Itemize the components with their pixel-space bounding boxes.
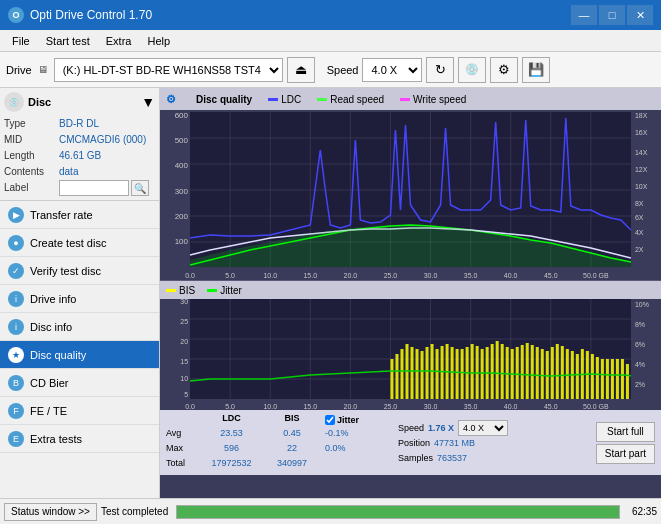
burn-button[interactable]: 💿 <box>458 57 486 83</box>
svg-text:6%: 6% <box>635 341 645 348</box>
jitter-total <box>325 458 390 472</box>
ldc-dot <box>268 98 278 101</box>
ldc-total: 17972532 <box>204 458 259 472</box>
svg-rect-110 <box>541 349 544 399</box>
svg-text:25.0: 25.0 <box>384 272 398 279</box>
header-spacer <box>166 413 196 427</box>
svg-text:10X: 10X <box>635 183 648 190</box>
svg-text:45.0: 45.0 <box>544 272 558 279</box>
start-part-button[interactable]: Start part <box>596 444 655 464</box>
jitter-avg: -0.1% <box>325 428 390 442</box>
svg-rect-127 <box>626 364 629 399</box>
nav-create-test-disc[interactable]: ● Create test disc <box>0 229 159 257</box>
jitter-legend: Jitter <box>207 285 242 296</box>
svg-rect-126 <box>621 359 624 399</box>
ldc-max: 596 <box>204 443 259 457</box>
close-button[interactable]: ✕ <box>627 5 653 25</box>
cd-bier-icon: B <box>8 375 24 391</box>
write-speed-legend: Write speed <box>400 94 466 105</box>
bis-dot <box>166 289 176 292</box>
nav-cd-bier[interactable]: B CD Bier <box>0 369 159 397</box>
jitter-max: 0.0% <box>325 443 390 457</box>
svg-text:25.0: 25.0 <box>384 403 398 410</box>
progress-bar <box>177 506 619 518</box>
bis-max: 22 <box>267 443 317 457</box>
app-icon: O <box>8 7 24 23</box>
svg-rect-86 <box>421 351 424 399</box>
contents-label: Contents <box>4 164 59 180</box>
refresh-button[interactable]: ↻ <box>426 57 454 83</box>
svg-text:10.0: 10.0 <box>263 403 277 410</box>
maximize-button[interactable]: □ <box>599 5 625 25</box>
status-window-button[interactable]: Status window >> <box>4 503 97 521</box>
menu-start-test[interactable]: Start test <box>38 33 98 49</box>
minimize-button[interactable]: — <box>571 5 597 25</box>
read-speed-dot <box>317 98 327 101</box>
toolbar: Drive 🖥 (K:) HL-DT-ST BD-RE WH16NS58 TST… <box>0 52 661 88</box>
svg-text:20: 20 <box>180 338 188 345</box>
svg-text:15: 15 <box>180 358 188 365</box>
save-button[interactable]: 💾 <box>522 57 550 83</box>
svg-rect-81 <box>395 354 398 399</box>
samples-value: 763537 <box>437 453 467 463</box>
svg-text:10%: 10% <box>635 301 649 308</box>
speed-select[interactable]: 4.0 X <box>362 58 422 82</box>
nav-drive-info[interactable]: i Drive info <box>0 285 159 313</box>
nav-extra-tests[interactable]: E Extra tests <box>0 425 159 453</box>
svg-rect-89 <box>436 349 439 399</box>
svg-text:16X: 16X <box>635 129 648 136</box>
settings-button[interactable]: ⚙ <box>490 57 518 83</box>
jitter-checkbox[interactable] <box>325 415 335 425</box>
svg-rect-119 <box>586 351 589 399</box>
bis-total: 340997 <box>267 458 317 472</box>
menu-extra[interactable]: Extra <box>98 33 140 49</box>
menu-file[interactable]: File <box>4 33 38 49</box>
app-title: Opti Drive Control 1.70 <box>30 8 152 22</box>
jitter-label: Jitter <box>220 285 242 296</box>
status-time: 62:35 <box>632 506 657 517</box>
drive-select[interactable]: (K:) HL-DT-ST BD-RE WH16NS58 TST4 <box>54 58 283 82</box>
upper-chart: 600 500 400 300 200 100 18X 16X 14X 12X … <box>160 110 661 280</box>
samples-row: Samples 763537 <box>398 451 588 465</box>
svg-rect-103 <box>506 347 509 399</box>
mid-label: MID <box>4 132 59 148</box>
svg-rect-105 <box>516 347 519 399</box>
stats-bar: Avg Max Total LDC 23.53 596 17972532 BIS… <box>160 410 661 475</box>
svg-rect-125 <box>616 359 619 399</box>
nav-disc-quality[interactable]: ★ Disc quality <box>0 341 159 369</box>
svg-text:25: 25 <box>180 318 188 325</box>
position-label: Position <box>398 438 430 448</box>
disc-header: 💿 Disc ▼ <box>4 92 155 112</box>
svg-text:35.0: 35.0 <box>464 403 478 410</box>
cd-bier-label: CD Bier <box>30 377 69 389</box>
nav-disc-info[interactable]: i Disc info <box>0 313 159 341</box>
disc-expand-icon[interactable]: ▼ <box>141 94 155 110</box>
window-controls[interactable]: — □ ✕ <box>571 5 653 25</box>
start-full-button[interactable]: Start full <box>596 422 655 442</box>
svg-text:0.0: 0.0 <box>185 272 195 279</box>
fe-te-icon: F <box>8 403 24 419</box>
nav-fe-te[interactable]: F FE / TE <box>0 397 159 425</box>
label-button[interactable]: 🔍 <box>131 180 149 196</box>
disc-contents-row: Contents data <box>4 164 155 180</box>
disc-icon: 💿 <box>4 92 24 112</box>
transfer-rate-label: Transfer rate <box>30 209 93 221</box>
eject-button[interactable]: ⏏ <box>287 57 315 83</box>
svg-rect-122 <box>601 359 604 399</box>
nav-verify-test-disc[interactable]: ✓ Verify test disc <box>0 257 159 285</box>
svg-rect-111 <box>546 351 549 399</box>
svg-rect-84 <box>411 347 414 399</box>
write-speed-label: Write speed <box>413 94 466 105</box>
disc-quality-icon-chart: ⚙ <box>166 93 180 106</box>
svg-text:8%: 8% <box>635 321 645 328</box>
speed-select-stat[interactable]: 4.0 X <box>458 420 508 436</box>
menu-help[interactable]: Help <box>139 33 178 49</box>
jitter-dot <box>207 289 217 292</box>
nav-transfer-rate[interactable]: ▶ Transfer rate <box>0 201 159 229</box>
jitter-column: Jitter -0.1% 0.0% <box>325 413 390 472</box>
svg-rect-121 <box>596 357 599 399</box>
disc-length-row: Length 46.61 GB <box>4 148 155 164</box>
menu-bar: File Start test Extra Help <box>0 30 661 52</box>
label-input[interactable] <box>59 180 129 196</box>
disc-quality-label: Disc quality <box>30 349 86 361</box>
